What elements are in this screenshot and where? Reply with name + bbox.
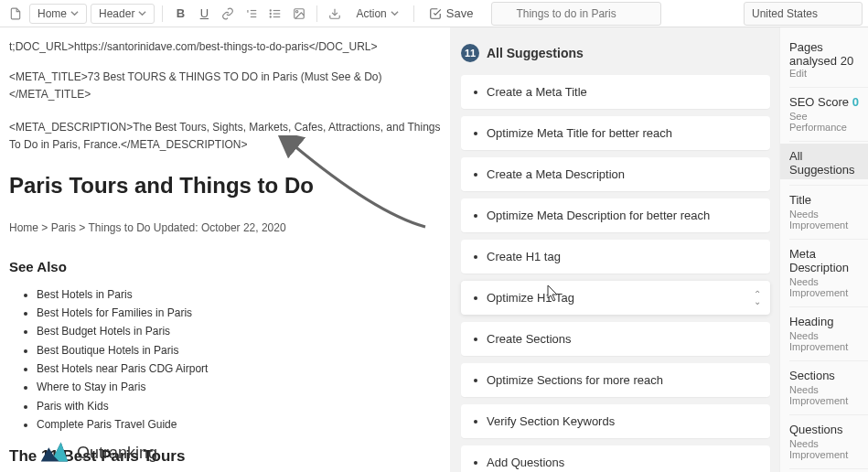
download-icon[interactable]	[325, 4, 345, 24]
editor-toolbar: Home Header B U Action Save	[0, 0, 486, 27]
suggestion-item[interactable]: Optimize Meta Description for better rea…	[461, 198, 770, 232]
list-item[interactable]: Best Boutique Hotels in Paris	[37, 341, 441, 359]
sidebar-all-suggestions[interactable]: All Suggestions	[789, 149, 864, 177]
meta-desc-line: <META_DESCRIPTION>The Best Tours, Sights…	[9, 119, 441, 154]
sidebar-section[interactable]: QuestionsNeeds Improvement	[789, 417, 868, 463]
doc-url-line: t;DOC_URL>https://santorinidave.com/best…	[9, 38, 441, 56]
save-button[interactable]: Save	[422, 4, 481, 23]
seo-score-label: SEO Score	[789, 95, 849, 109]
list-item[interactable]: Paris with Kids	[37, 397, 441, 415]
bullet-list-icon[interactable]	[265, 4, 285, 24]
list-item[interactable]: Best Hotels for Families in Paris	[37, 304, 441, 322]
pages-analysed: Pages analysed 20	[789, 40, 864, 68]
link-icon[interactable]	[218, 4, 238, 24]
suggestion-item[interactable]: Optimize H1 Tag⌃⌄	[461, 281, 770, 315]
sidebar-section[interactable]: SectionsNeeds Improvement	[789, 363, 868, 409]
suggestion-item[interactable]: Create Sections	[461, 322, 770, 356]
list-item[interactable]: Best Budget Hotels in Paris	[37, 322, 441, 340]
suggestion-item[interactable]: Optimize Sections for more reach	[461, 363, 770, 397]
list-item[interactable]: Best Hotels near Paris CDG Airport	[37, 359, 441, 378]
brand-logo: Outranking	[37, 435, 157, 470]
edit-link[interactable]: Edit	[789, 68, 864, 79]
header-dropdown[interactable]: Header	[91, 4, 155, 24]
sidebar-section[interactable]: HeadingNeeds Improvement	[789, 309, 868, 355]
svg-point-7	[271, 13, 272, 14]
suggestion-item[interactable]: Create a Meta Description	[461, 157, 770, 191]
document-icon[interactable]	[5, 4, 26, 24]
location-input[interactable]	[744, 2, 863, 26]
ordered-list-icon[interactable]	[241, 4, 262, 24]
see-also-list: Best Hotels in Paris Best Hotels for Fam…	[9, 285, 441, 434]
action-dropdown[interactable]: Action	[348, 5, 405, 23]
suggestion-item[interactable]: Create H1 tag	[461, 240, 770, 274]
underline-icon[interactable]: U	[194, 4, 214, 24]
svg-point-10	[296, 10, 298, 12]
image-icon[interactable]	[289, 4, 309, 24]
suggestion-item[interactable]: Verify Section Keywords	[461, 404, 770, 438]
sidebar-section[interactable]: Meta DescriptionNeeds Improvement	[789, 241, 868, 301]
suggestion-item[interactable]: Create a Meta Title	[461, 75, 770, 109]
see-also-heading: See Also	[9, 256, 441, 278]
page-h1: Paris Tours and Things to Do	[9, 168, 441, 203]
bold-icon[interactable]: B	[170, 4, 190, 24]
expand-icon[interactable]: ⌃⌄	[754, 291, 761, 306]
see-performance-link[interactable]: See Performance	[789, 111, 864, 133]
suggestion-item[interactable]: Optimize Meta Title for better reach	[461, 116, 770, 150]
svg-point-8	[271, 16, 272, 16]
svg-point-6	[271, 9, 272, 10]
home-dropdown[interactable]: Home	[29, 4, 87, 24]
keyword-input[interactable]	[491, 2, 661, 26]
suggestions-title: All Suggestions	[487, 46, 584, 60]
list-item[interactable]: Complete Paris Travel Guide	[37, 415, 441, 434]
breadcrumb: Home > Paris > Things to Do Updated: Oct…	[9, 220, 441, 237]
list-item[interactable]: Best Hotels in Paris	[37, 285, 441, 304]
list-item[interactable]: Where to Stay in Paris	[37, 378, 441, 396]
suggestions-panel: 11 All Suggestions Create a Meta Title O…	[450, 27, 779, 472]
seo-score-value: 0	[852, 95, 859, 109]
suggestion-count-badge: 11	[461, 44, 479, 62]
right-sidebar: Pages analysed 20Edit SEO Score 0See Per…	[779, 27, 868, 472]
sidebar-section[interactable]: TitleNeeds Improvement	[789, 188, 868, 233]
editor-pane: t;DOC_URL>https://santorinidave.com/best…	[0, 27, 450, 472]
suggestion-item[interactable]: Add Questions	[461, 445, 770, 472]
meta-title-line: <META_TITLE>73 Best TOURS & THINGS TO DO…	[9, 69, 441, 103]
